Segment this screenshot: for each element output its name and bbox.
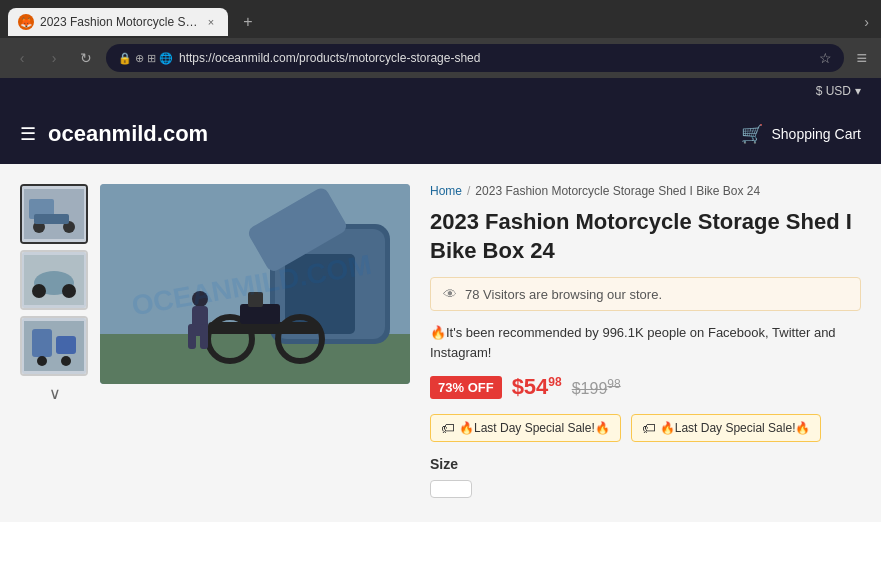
- page-wrapper: $ USD ▾ ☰ oceanmild.com 🛒 Shopping Cart: [0, 78, 881, 522]
- thumbnail-1[interactable]: [20, 184, 88, 244]
- thumbnail-2[interactable]: [20, 250, 88, 310]
- main-product-image: OCEANMILD.COM: [100, 184, 410, 384]
- svg-rect-11: [56, 336, 76, 354]
- visitors-text: 78 Visitors are browsing our store.: [465, 287, 662, 302]
- bookmark-icon[interactable]: ☆: [819, 50, 832, 66]
- sale-tag-2: 🏷 🔥Last Day Special Sale!🔥: [631, 414, 822, 442]
- tag-icon-1: 🏷: [441, 420, 455, 436]
- svg-rect-4: [34, 214, 69, 224]
- cart-area[interactable]: 🛒 Shopping Cart: [741, 123, 861, 145]
- discount-badge: 73% OFF: [430, 376, 502, 399]
- forward-button[interactable]: ›: [42, 46, 66, 70]
- tab-favicon: 🦊: [18, 14, 34, 30]
- shield-icon: ⊕: [135, 52, 144, 65]
- thumbnails: ∨: [20, 184, 90, 502]
- product-title: 2023 Fashion Motorcycle Storage Shed I B…: [430, 208, 861, 265]
- sale-tag-2-text: 🔥Last Day Special Sale!🔥: [660, 421, 811, 435]
- social-recommendation: 🔥It's been recommended by 996.1K people …: [430, 323, 861, 362]
- currency-bar: $ USD ▾: [0, 78, 881, 104]
- thumb-placeholder-1: [22, 186, 86, 242]
- breadcrumb-separator: /: [467, 184, 470, 198]
- tab-overflow-button[interactable]: ›: [860, 10, 873, 34]
- svg-point-13: [61, 356, 71, 366]
- product-images: ∨: [20, 184, 410, 502]
- thumbnail-3[interactable]: [20, 316, 88, 376]
- tab-close-button[interactable]: ×: [204, 15, 218, 29]
- address-input[interactable]: 🔒 ⊕ ⊞ 🌐 https://oceanmild.com/products/m…: [106, 44, 844, 72]
- currency-selector[interactable]: $ USD ▾: [816, 84, 861, 98]
- size-section: Size: [430, 456, 861, 502]
- product-info: Home / 2023 Fashion Motorcycle Storage S…: [430, 184, 861, 502]
- svg-rect-28: [200, 324, 208, 349]
- tab-bar: 🦊 2023 Fashion Motorcycle Stor... × + ›: [0, 0, 881, 38]
- sale-tag-1: 🏷 🔥Last Day Special Sale!🔥: [430, 414, 621, 442]
- security-icon: 🔒 ⊕ ⊞ 🌐: [118, 52, 173, 65]
- sale-price: $5498: [512, 374, 562, 400]
- site-logo[interactable]: oceanmild.com: [48, 121, 741, 147]
- sale-tags: 🏷 🔥Last Day Special Sale!🔥 🏷 🔥Last Day S…: [430, 414, 861, 442]
- sale-price-main: $54: [512, 374, 549, 399]
- breadcrumb-current: 2023 Fashion Motorcycle Storage Shed I B…: [475, 184, 760, 198]
- thumb-placeholder-2: [22, 252, 86, 308]
- sale-price-sup: 98: [548, 375, 561, 389]
- hamburger-menu-button[interactable]: ☰: [20, 123, 36, 145]
- original-price: $19998: [572, 377, 621, 398]
- svg-rect-27: [188, 324, 196, 349]
- svg-point-8: [62, 284, 76, 298]
- content-area: ∨: [0, 164, 881, 522]
- original-price-sup: 98: [607, 377, 620, 391]
- tag-icon-2: 🏷: [642, 420, 656, 436]
- scroll-down-button[interactable]: ∨: [20, 384, 90, 403]
- size-label: Size: [430, 456, 861, 472]
- url-text: https://oceanmild.com/products/motorcycl…: [179, 51, 813, 65]
- site-header: ☰ oceanmild.com 🛒 Shopping Cart: [0, 104, 881, 164]
- svg-point-12: [37, 356, 47, 366]
- address-bar: ‹ › ↻ 🔒 ⊕ ⊞ 🌐 https://oceanmild.com/prod…: [0, 38, 881, 78]
- back-button[interactable]: ‹: [10, 46, 34, 70]
- thumb-placeholder-3: [22, 318, 86, 374]
- currency-arrow: ▾: [855, 84, 861, 98]
- cart-icon: 🛒: [741, 123, 763, 145]
- new-tab-button[interactable]: +: [236, 10, 260, 34]
- browser-menu-button[interactable]: ≡: [852, 48, 871, 69]
- lock-icon: 🔒: [118, 52, 132, 65]
- breadcrumb: Home / 2023 Fashion Motorcycle Storage S…: [430, 184, 861, 198]
- eye-icon: 👁: [443, 286, 457, 302]
- original-price-main: $199: [572, 380, 608, 397]
- main-product-svg: OCEANMILD.COM: [100, 184, 410, 384]
- tab-title: 2023 Fashion Motorcycle Stor...: [40, 15, 198, 29]
- sale-tag-1-text: 🔥Last Day Special Sale!🔥: [459, 421, 610, 435]
- refresh-button[interactable]: ↻: [74, 46, 98, 70]
- breadcrumb-home[interactable]: Home: [430, 184, 462, 198]
- currency-label: $ USD: [816, 84, 851, 98]
- svg-rect-10: [32, 329, 52, 357]
- browser-chrome: 🦊 2023 Fashion Motorcycle Stor... × + › …: [0, 0, 881, 78]
- price-row: 73% OFF $5498 $19998: [430, 374, 861, 400]
- visitors-bar: 👁 78 Visitors are browsing our store.: [430, 277, 861, 311]
- reader-icon: ⊞: [147, 52, 156, 65]
- globe-icon: 🌐: [159, 52, 173, 65]
- size-button[interactable]: [430, 480, 472, 498]
- cart-label: Shopping Cart: [771, 126, 861, 142]
- browser-tab-active[interactable]: 🦊 2023 Fashion Motorcycle Stor... ×: [8, 8, 228, 36]
- svg-point-7: [32, 284, 46, 298]
